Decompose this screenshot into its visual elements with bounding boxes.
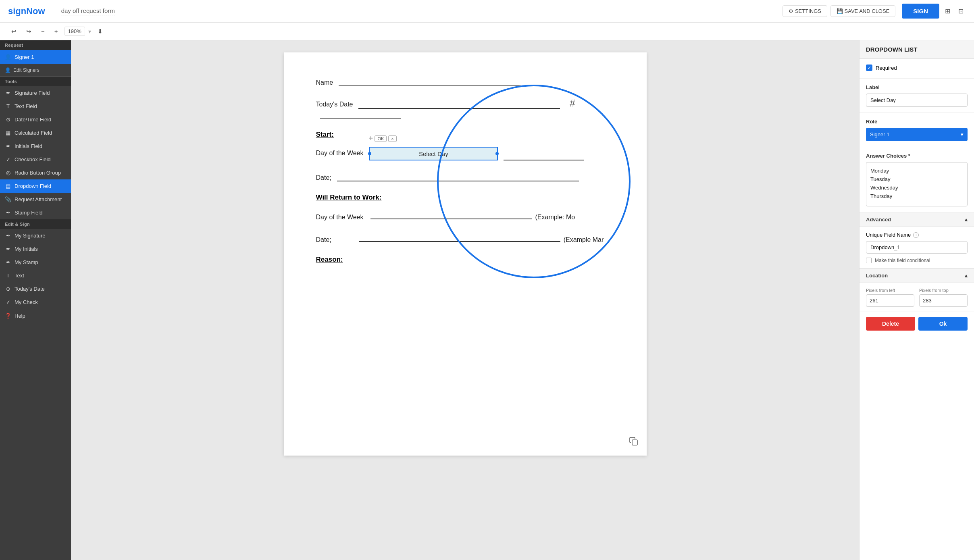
signer-label: Signer 1 <box>15 54 34 60</box>
advanced-header[interactable]: Advanced ▴ <box>860 212 974 227</box>
sidebar-item-datetime-field[interactable]: ⊙ Date/Time Field <box>0 113 71 126</box>
sidebar-item-label: Signature Field <box>15 90 50 96</box>
zoom-level[interactable]: 190% <box>65 27 85 36</box>
sidebar-item-my-initials[interactable]: ✒ My Initials <box>0 242 71 256</box>
icon-btn-1[interactable]: ⊞ <box>943 5 953 17</box>
hash-underline <box>320 109 401 119</box>
tools-section-header: Tools <box>0 77 71 86</box>
day-of-week-row-2: Day of the Week (Example: Mo <box>316 210 614 221</box>
dropdown-field-value: Select Day <box>419 150 448 157</box>
my-check-icon: ✓ <box>5 299 11 305</box>
pixels-from-top-input[interactable] <box>919 294 968 307</box>
sidebar-item-my-check[interactable]: ✓ My Check <box>0 296 71 309</box>
copy-icon[interactable] <box>629 437 639 448</box>
required-section: ✓ Required <box>860 59 974 79</box>
delete-button[interactable]: Delete <box>866 317 915 331</box>
example-mar: (Example Mar <box>564 236 604 244</box>
document-area: Name Today's Date # Start: Day of the We… <box>71 40 859 560</box>
edit-signers-button[interactable]: 👤 Edit Signers <box>0 64 71 77</box>
answer-choices-box: Monday Tuesday Wednesday Thursday <box>866 162 968 206</box>
redo-button[interactable]: ↪ <box>23 26 35 37</box>
my-signature-icon: ✒ <box>5 233 11 239</box>
signer-item[interactable]: 👤 Signer 1 <box>0 50 71 64</box>
zoom-in-button[interactable]: + <box>51 26 61 36</box>
example-mo: (Example: Mo <box>535 214 575 221</box>
unique-field-name-label: Unique Field Name <box>866 232 911 238</box>
undo-button[interactable]: ↩ <box>8 26 20 37</box>
name-field-row: Name <box>316 77 614 86</box>
dropdown-field-widget[interactable]: Select Day <box>369 147 498 160</box>
zoom-out-button[interactable]: − <box>38 26 48 36</box>
my-stamp-icon: ✒ <box>5 259 11 265</box>
settings-button[interactable]: ⚙ SETTINGS <box>783 5 827 17</box>
doc-title[interactable]: day off request form <box>61 7 115 15</box>
pixels-from-left-label: Pixels from left <box>866 288 914 293</box>
answer-item-1: Tuesday <box>870 175 963 183</box>
pixels-from-top-col: Pixels from top <box>919 288 968 307</box>
label-input[interactable] <box>866 94 968 107</box>
help-item[interactable]: ❓ Help <box>0 309 71 323</box>
pixels-from-left-input[interactable] <box>866 294 914 307</box>
sidebar-item-label: Request Attachment <box>15 196 62 202</box>
sidebar-item-signature-field[interactable]: ✒ Signature Field <box>0 86 71 100</box>
save-close-button[interactable]: 💾 SAVE AND CLOSE <box>830 5 895 17</box>
sign-button[interactable]: SIGN <box>902 4 939 19</box>
right-panel: DROPDOWN LIST ✓ Required Label Role Sign… <box>859 40 974 560</box>
field-controls: ✛ OK × <box>369 135 396 142</box>
close-ctrl-button[interactable]: × <box>388 135 396 142</box>
day-of-week-label: Day of the Week <box>316 150 364 156</box>
sidebar-item-my-stamp[interactable]: ✒ My Stamp <box>0 256 71 269</box>
sidebar-item-calculated-field[interactable]: ▦ Calculated Field <box>0 126 71 139</box>
ok-ctrl-button[interactable]: OK <box>375 135 387 142</box>
answer-item-3: Thursday <box>870 192 963 200</box>
sidebar-item-stamp-field[interactable]: ✒ Stamp Field <box>0 206 71 219</box>
sidebar-item-label: Text <box>15 273 24 279</box>
day-underline-after <box>504 151 584 160</box>
todays-date-row: Today's Date # <box>316 98 614 119</box>
required-label: Required <box>876 65 897 71</box>
sidebar-item-label: Today's Date <box>15 286 45 292</box>
move-handle[interactable]: ✛ <box>369 135 373 142</box>
unique-field-name-row: Unique Field Name i <box>866 232 968 238</box>
label-section: Label <box>860 79 974 113</box>
right-handle[interactable] <box>495 152 499 155</box>
location-header[interactable]: Location ▴ <box>860 269 974 283</box>
panel-footer: Delete Ok <box>860 312 974 335</box>
sidebar-item-my-signature[interactable]: ✒ My Signature <box>0 229 71 242</box>
ok-button[interactable]: Ok <box>918 317 968 331</box>
role-select[interactable]: Signer 1 ▾ <box>866 128 968 141</box>
sidebar-item-request-attachment[interactable]: 📎 Request Attachment <box>0 193 71 206</box>
sidebar-item-todays-date[interactable]: ⊙ Today's Date <box>0 282 71 296</box>
name-label: Name <box>316 79 333 86</box>
day-of-week-label-2: Day of the Week <box>316 214 364 221</box>
sidebar-item-text[interactable]: T Text <box>0 269 71 282</box>
sidebar-item-label: My Initials <box>15 246 38 252</box>
pixel-row: Pixels from left Pixels from top <box>866 288 968 307</box>
sidebar-item-radio-button-group[interactable]: ◎ Radio Button Group <box>0 166 71 179</box>
checkbox-field-icon: ✓ <box>5 156 11 162</box>
conditional-checkbox[interactable] <box>866 258 872 263</box>
answer-item-0: Monday <box>870 167 963 175</box>
sidebar-item-label: Stamp Field <box>15 210 42 216</box>
date-row: Date; <box>316 172 614 181</box>
sidebar-item-label: Initials Field <box>15 143 42 149</box>
download-button[interactable]: ⬇ <box>94 26 106 37</box>
document-page: Name Today's Date # Start: Day of the We… <box>284 52 647 456</box>
todays-date-label: Today's Date <box>316 101 353 108</box>
required-checkbox[interactable]: ✓ <box>866 65 872 71</box>
toolbar: ↩ ↪ − + 190% ▾ ⬇ <box>0 23 974 40</box>
sidebar-item-dropdown-field[interactable]: ▤ Dropdown Field <box>0 179 71 193</box>
role-chevron-icon: ▾ <box>961 131 964 137</box>
icon-btn-2[interactable]: ⊡ <box>956 5 966 17</box>
left-handle[interactable] <box>368 152 371 155</box>
sidebar-item-text-field[interactable]: T Text Field <box>0 100 71 113</box>
advanced-label: Advanced <box>866 217 891 223</box>
stamp-field-icon: ✒ <box>5 210 11 216</box>
sidebar-item-label: Radio Button Group <box>15 170 61 176</box>
sidebar-item-checkbox-field[interactable]: ✓ Checkbox Field <box>0 153 71 166</box>
unique-field-name-input[interactable] <box>866 241 968 254</box>
sidebar-item-label: My Signature <box>15 233 46 239</box>
reason-heading: Reason: <box>316 256 614 264</box>
info-icon[interactable]: i <box>913 232 919 238</box>
sidebar-item-initials-field[interactable]: ✒ Initials Field <box>0 139 71 153</box>
